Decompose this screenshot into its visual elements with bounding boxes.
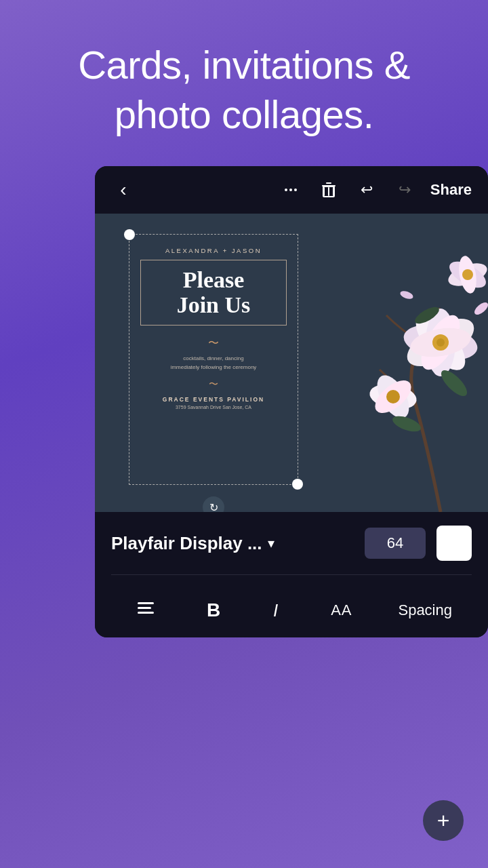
- aa-button[interactable]: AA: [324, 599, 359, 622]
- header-area: Cards, invitations & photo collages.: [0, 0, 488, 166]
- bold-button[interactable]: B: [200, 597, 227, 624]
- rotate-handle[interactable]: ↻: [203, 496, 224, 512]
- font-dropdown-arrow-icon: ▾: [268, 535, 274, 551]
- svg-rect-4: [326, 182, 331, 184]
- floral-decoration: [305, 214, 488, 512]
- header-title: Cards, invitations & photo collages.: [54, 41, 434, 139]
- back-button[interactable]: ‹: [111, 178, 136, 202]
- card-description: cocktails, dinner, dancing immediately f…: [171, 355, 257, 372]
- card-decoration-1: 〜: [208, 336, 219, 351]
- undo-button[interactable]: ↩: [354, 178, 379, 202]
- card-address: 3759 Savannah Drive San Jose, CA: [176, 405, 251, 410]
- app-panel: ‹ ↩ ↪: [95, 166, 488, 637]
- invitation-card[interactable]: ALEXANDRA + JASON PleaseJoin Us 〜 cockta…: [129, 234, 298, 485]
- toolbar-top: ‹ ↩ ↪: [95, 166, 488, 214]
- svg-point-0: [285, 189, 287, 191]
- svg-rect-6: [328, 187, 329, 196]
- card-inner-box: PleaseJoin Us: [140, 260, 287, 326]
- redo-button[interactable]: ↪: [392, 178, 417, 202]
- svg-rect-33: [138, 612, 154, 614]
- add-fab-button[interactable]: +: [423, 800, 464, 841]
- font-selector[interactable]: Playfair Display ... ▾: [111, 533, 354, 554]
- color-swatch[interactable]: [436, 526, 472, 561]
- share-button[interactable]: Share: [430, 181, 472, 199]
- svg-rect-32: [138, 607, 151, 609]
- italic-button[interactable]: I: [266, 597, 285, 624]
- svg-point-21: [462, 269, 473, 280]
- font-size-button[interactable]: 64: [365, 528, 426, 559]
- svg-point-25: [386, 390, 400, 403]
- add-icon: +: [437, 810, 450, 831]
- svg-point-1: [289, 189, 292, 191]
- card-names: ALEXANDRA + JASON: [165, 247, 262, 254]
- svg-point-17: [436, 338, 445, 347]
- spacing-button[interactable]: Spacing: [398, 601, 452, 619]
- align-button[interactable]: [131, 598, 161, 623]
- format-row: B I AA Spacing: [111, 586, 472, 631]
- card-venue: GRACE EVENTS PAVILION: [163, 396, 264, 403]
- divider: [111, 574, 472, 575]
- selection-handle-top-left[interactable]: [124, 229, 135, 240]
- delete-button[interactable]: [317, 178, 341, 202]
- canvas-area: ALEXANDRA + JASON PleaseJoin Us 〜 cockta…: [95, 214, 488, 512]
- more-options-button[interactable]: [279, 178, 303, 202]
- selection-handle-bottom-right[interactable]: [292, 479, 303, 490]
- bottom-panel: Playfair Display ... ▾ 64 B I A: [95, 512, 488, 637]
- toolbar-right-group: ↩ ↪ Share: [279, 178, 472, 202]
- font-name-label: Playfair Display ...: [111, 533, 262, 554]
- svg-rect-31: [138, 602, 154, 604]
- card-main-title: PleaseJoin Us: [150, 267, 277, 318]
- svg-point-2: [294, 189, 297, 191]
- font-row: Playfair Display ... ▾ 64: [111, 526, 472, 561]
- card-decoration-2: 〜: [209, 378, 218, 391]
